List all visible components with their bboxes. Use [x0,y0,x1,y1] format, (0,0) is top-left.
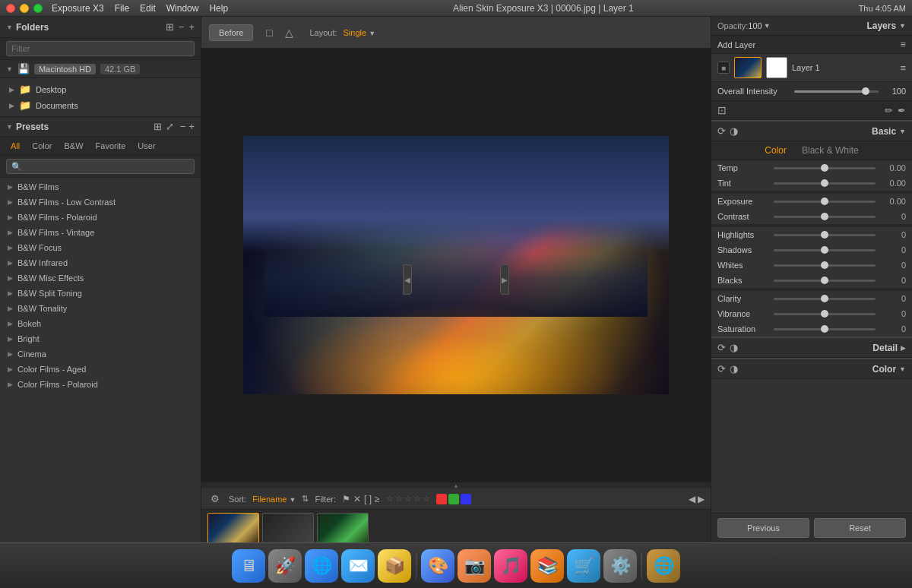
layer-menu-icon[interactable]: ≡ [900,62,906,74]
layer-visibility-toggle[interactable]: ■ [717,62,730,74]
tint-thumb[interactable] [821,179,828,187]
fullscreen-button[interactable] [33,4,43,13]
dock-sysprefs[interactable]: ⚙️ [603,549,637,583]
clarity-thumb[interactable] [821,295,828,302]
preset-tab-bw[interactable]: B&W [60,140,88,152]
highlights-slider[interactable] [774,234,876,236]
whites-slider[interactable] [774,264,876,267]
filmstrip-thumb-0[interactable] [207,513,259,542]
shadows-slider[interactable] [774,249,876,251]
dock-3dviewer[interactable]: 🎨 [421,549,454,583]
preset-item-11[interactable]: ▶Cinema [0,346,201,362]
dock-notes[interactable]: 📦 [378,549,411,583]
preset-item-10[interactable]: ▶Bright [0,331,201,346]
tint-slider[interactable] [774,182,876,185]
close-button[interactable] [6,4,15,13]
exposure-slider[interactable] [774,201,876,203]
folders-plus-icon[interactable]: + [188,21,195,33]
temp-slider[interactable] [774,167,876,169]
filter-ge-icon[interactable]: ≥ [375,494,380,504]
whites-thumb[interactable] [821,261,828,269]
color-reset-icon[interactable]: ⟳ [717,363,726,375]
temp-thumb[interactable] [821,164,828,172]
menu-help[interactable]: Help [209,3,228,14]
layout-value[interactable]: Single ▼ [344,28,376,37]
presets-search-input[interactable] [6,159,195,174]
saturation-slider[interactable] [774,328,876,330]
add-layer-menu-icon[interactable]: ≡ [900,39,906,50]
filmstrip-top-arrow[interactable]: ▲ [201,482,711,488]
color-blue-filter[interactable] [461,494,471,504]
preset-tab-color[interactable]: Color [27,140,56,152]
color-visibility-icon[interactable]: ◑ [730,363,738,375]
intensity-thumb[interactable] [862,87,869,95]
filmstrip-prev-icon[interactable]: ◀ [689,494,695,504]
bw-tab[interactable]: Black & White [802,145,859,156]
blacks-thumb[interactable] [821,277,828,284]
highlights-thumb[interactable] [821,231,828,239]
filter-flag-icon[interactable]: ⚑ [342,494,350,504]
preset-tab-all[interactable]: All [6,140,24,152]
star-4[interactable]: ☆ [413,494,421,504]
clarity-slider[interactable] [774,298,876,300]
filter-x-icon[interactable]: ✕ [353,494,361,504]
saturation-thumb[interactable] [821,325,828,333]
contrast-slider[interactable] [774,216,876,218]
preset-item-0[interactable]: ▶B&W Films [0,179,201,194]
dock-books[interactable]: 📚 [530,549,564,583]
intensity-slider[interactable] [794,90,879,93]
vibrance-thumb[interactable] [821,310,828,318]
preset-item-3[interactable]: ▶B&W Films - Vintage [0,225,201,240]
detail-expand-icon[interactable]: ▶ [901,344,906,352]
view-triangle-icon[interactable]: △ [280,24,297,41]
shadows-thumb[interactable] [821,246,828,254]
presets-expand-icon[interactable]: ⤢ [166,121,174,132]
dock-appstore[interactable]: 🛒 [567,549,600,583]
folders-minus-icon[interactable]: − [179,21,185,33]
star-2[interactable]: ☆ [395,494,403,504]
exposure-thumb[interactable] [821,198,828,205]
color-tab[interactable]: Color [765,145,787,156]
filter-bracket-icon[interactable]: [ ] [364,494,372,504]
eyedropper-icon[interactable]: ✏ [885,105,893,116]
filmstrip-sort-value[interactable]: Filename ▼ [252,495,296,504]
preset-item-13[interactable]: ▶Color Films - Polaroid [0,377,201,392]
filmstrip-next-icon[interactable]: ▶ [698,494,705,504]
left-edge-tab[interactable]: ◀ [403,264,412,295]
layer-thumbnail[interactable] [734,57,762,78]
filmstrip-thumb-1[interactable] [262,513,314,542]
preset-tab-favorite[interactable]: Favorite [91,140,131,152]
dock-music[interactable]: 🎵 [494,549,527,583]
layers-dropdown-arrow[interactable]: ▼ [899,22,906,30]
folder-item-desktop[interactable]: ▶ 📁 Desktop [0,81,201,97]
preset-item-6[interactable]: ▶B&W Misc Effects [0,270,201,286]
blacks-slider[interactable] [774,280,876,282]
basic-reset-icon[interactable]: ⟳ [717,125,726,137]
pipette-icon[interactable]: ✒ [898,105,906,116]
detail-reset-icon[interactable]: ⟳ [717,342,726,353]
color-green-filter[interactable] [448,494,459,504]
preset-item-9[interactable]: ▶Bokeh [0,316,201,331]
dock-photos[interactable]: 📷 [458,549,491,583]
folder-item-documents[interactable]: ▶ 📁 Documents [0,97,201,113]
basic-section-arrow[interactable]: ▼ [899,128,906,135]
color-red-filter[interactable] [436,494,447,504]
preset-item-5[interactable]: ▶B&W Infrared [0,255,201,270]
folders-filter-input[interactable] [6,41,195,56]
layer-mask-thumbnail[interactable] [766,57,787,78]
opacity-dropdown-arrow[interactable]: ▼ [764,22,771,30]
add-layer-label[interactable]: Add Layer [717,40,900,49]
drive-collapse-arrow[interactable]: ▼ [6,65,13,73]
folders-collapse-arrow[interactable]: ▼ [6,24,13,31]
layer-name[interactable]: Layer 1 [792,63,895,72]
star-5[interactable]: ☆ [423,494,430,504]
reset-button[interactable]: Reset [814,518,906,538]
before-button[interactable]: Before [209,24,253,41]
star-1[interactable]: ☆ [386,494,394,504]
star-3[interactable]: ☆ [404,494,412,504]
dock-mail[interactable]: ✉️ [341,549,375,583]
dock-launchpad[interactable]: 🚀 [268,549,302,583]
dock-safari[interactable]: 🌐 [305,549,338,583]
dock-finder[interactable]: 🖥 [232,549,265,583]
contrast-thumb[interactable] [821,213,828,220]
